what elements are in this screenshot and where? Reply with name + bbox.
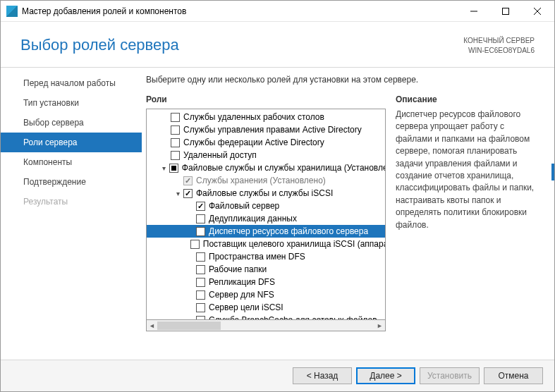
tree-item-label: Сервер цели iSCSI xyxy=(209,302,283,312)
checkbox[interactable] xyxy=(171,125,180,135)
checkbox[interactable] xyxy=(169,164,178,173)
page-title: Выбор ролей сервера xyxy=(20,36,179,54)
sidebar-item-2[interactable]: Выбор сервера xyxy=(1,113,142,133)
tree-item-label: Удаленный доступ xyxy=(183,150,257,160)
checkbox[interactable] xyxy=(183,189,193,198)
sidebar-item-5[interactable]: Подтверждение xyxy=(1,172,142,192)
expander-open-icon[interactable]: ▾ xyxy=(173,189,182,197)
expander-placeholder xyxy=(161,113,169,121)
checkbox[interactable] xyxy=(196,303,205,312)
tree-item-label: Службы удаленных рабочих столов xyxy=(183,112,324,122)
checkbox[interactable] xyxy=(196,290,205,300)
expander-placeholder xyxy=(186,252,195,261)
tree-row[interactable]: Файловый сервер xyxy=(147,200,385,212)
tree-row[interactable]: Сервер цели iSCSI xyxy=(147,301,385,314)
expander-placeholder xyxy=(186,265,195,274)
expander-placeholder xyxy=(161,151,169,159)
tree-row[interactable]: Службы хранения (Установлено) xyxy=(147,174,385,187)
checkbox[interactable] xyxy=(196,265,205,274)
expander-open-icon[interactable]: ▾ xyxy=(160,164,168,172)
description-label: Описание xyxy=(396,94,540,104)
tree-item-label: Сервер для NFS xyxy=(209,290,274,300)
target-value: WIN-EC6EO8YDAL6 xyxy=(463,46,535,56)
tree-row[interactable]: ▾Файловые службы и службы хранилища (Уст… xyxy=(147,161,385,174)
tree-item-label: Службы управления правами Active Directo… xyxy=(183,125,362,135)
checkbox[interactable] xyxy=(196,214,205,223)
expander-placeholder xyxy=(181,240,189,248)
tree-row[interactable]: Службы федерации Active Directory xyxy=(147,136,385,149)
scroll-left-icon[interactable]: ◄ xyxy=(147,320,157,331)
checkbox[interactable] xyxy=(190,240,200,249)
tree-row[interactable]: Службы удаленных рабочих столов xyxy=(147,111,385,123)
footer: < Назад Далее > Установить Отмена xyxy=(1,360,554,391)
svg-rect-1 xyxy=(502,8,508,14)
tree-item-label: Диспетчер ресурсов файлового сервера xyxy=(209,226,368,236)
tree-row[interactable]: Рабочие папки xyxy=(147,263,385,276)
tree-item-label: Службы хранения (Установлено) xyxy=(196,176,326,185)
sidebar-item-3[interactable]: Роли сервера xyxy=(1,133,142,152)
cancel-button[interactable]: Отмена xyxy=(484,367,543,384)
tree-item-label: Файловые службы и службы хранилища (Уста… xyxy=(182,163,385,173)
tree-row[interactable]: Репликация DFS xyxy=(147,276,385,288)
checkbox[interactable] xyxy=(196,252,205,262)
tree-row[interactable]: Службы управления правами Active Directo… xyxy=(147,123,385,136)
window-title: Мастер добавления ролей и компонентов xyxy=(22,6,458,16)
checkbox xyxy=(183,176,193,185)
expander-placeholder xyxy=(186,278,195,286)
checkbox[interactable] xyxy=(171,113,180,122)
expander-placeholder xyxy=(186,290,195,299)
expander-placeholder xyxy=(186,214,195,223)
maximize-button[interactable] xyxy=(489,1,521,21)
tree-item-label: Рабочие папки xyxy=(209,264,267,274)
expander-placeholder xyxy=(161,138,169,147)
titlebar: Мастер добавления ролей и компонентов xyxy=(1,1,554,22)
tree-row[interactable]: Дедупликация данных xyxy=(147,212,385,225)
expander-placeholder xyxy=(173,176,182,185)
roles-label: Роли xyxy=(146,94,386,104)
scroll-thumb[interactable] xyxy=(157,321,221,330)
tree-item-label: Файловый сервер xyxy=(209,201,279,211)
tree-item-label: Дедупликация данных xyxy=(209,214,297,223)
sidebar-item-1[interactable]: Тип установки xyxy=(1,93,142,113)
checkbox[interactable] xyxy=(196,202,205,211)
checkbox[interactable] xyxy=(196,278,205,287)
checkbox[interactable] xyxy=(196,227,205,236)
tree-item-label: Службы федерации Active Directory xyxy=(183,137,324,147)
tree-row[interactable]: Диспетчер ресурсов файлового сервера xyxy=(147,225,385,238)
expander-placeholder xyxy=(186,227,195,235)
tree-row[interactable]: Сервер для NFS xyxy=(147,288,385,301)
checkbox[interactable] xyxy=(171,151,180,160)
expander-placeholder xyxy=(186,303,195,312)
tree-item-label: Файловые службы и службы iSCSI xyxy=(196,188,333,198)
tree-item-label: Репликация DFS xyxy=(209,277,275,287)
description-text: Диспетчер ресурсов файлового сервера упр… xyxy=(396,109,540,231)
wizard-window: Мастер добавления ролей и компонентов Вы… xyxy=(0,0,555,392)
roles-tree[interactable]: Службы удаленных рабочих столовСлужбы уп… xyxy=(146,109,386,320)
close-button[interactable] xyxy=(521,1,553,21)
tree-row[interactable]: Служба BranchCache для сетевых файлов xyxy=(147,314,385,320)
back-button[interactable]: < Назад xyxy=(293,367,352,384)
target-label: КОНЕЧНЫЙ СЕРВЕР xyxy=(463,36,535,46)
tree-item-label: Поставщик целевого хранилища iSCSI (аппа… xyxy=(203,239,385,249)
sidebar-item-6: Результаты xyxy=(1,192,142,212)
expander-placeholder xyxy=(161,125,169,134)
sidebar-item-4[interactable]: Компоненты xyxy=(1,152,142,172)
tree-row[interactable]: ▾Файловые службы и службы iSCSI xyxy=(147,187,385,200)
instruction-text: Выберите одну или несколько ролей для ус… xyxy=(146,75,540,85)
header: Выбор ролей сервера КОНЕЧНЫЙ СЕРВЕР WIN-… xyxy=(1,22,554,68)
tree-row[interactable]: Поставщик целевого хранилища iSCSI (аппа… xyxy=(147,238,385,250)
next-button[interactable]: Далее > xyxy=(356,367,415,384)
install-button[interactable]: Установить xyxy=(420,367,480,384)
tree-row[interactable]: Пространства имен DFS xyxy=(147,250,385,263)
scroll-right-icon[interactable]: ► xyxy=(374,320,385,331)
tree-item-label: Пространства имен DFS xyxy=(209,252,305,262)
minimize-button[interactable] xyxy=(458,1,489,21)
target-server-box: КОНЕЧНЫЙ СЕРВЕР WIN-EC6EO8YDAL6 xyxy=(463,36,535,56)
app-icon xyxy=(6,6,18,17)
horizontal-scrollbar[interactable]: ◄ ► xyxy=(146,320,386,331)
expander-placeholder xyxy=(186,202,195,210)
tree-item-label: Служба BranchCache для сетевых файлов xyxy=(209,315,377,320)
tree-row[interactable]: Удаленный доступ xyxy=(147,149,385,161)
checkbox[interactable] xyxy=(171,138,180,147)
sidebar-item-0[interactable]: Перед началом работы xyxy=(1,73,142,93)
